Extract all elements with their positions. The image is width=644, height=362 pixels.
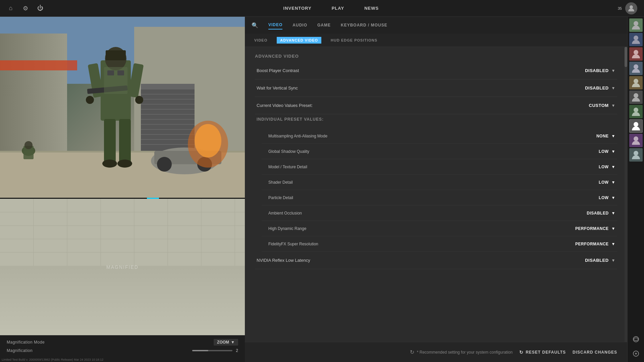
hdr-value[interactable]: PERFORMANCE ▼: [575, 226, 615, 231]
video-preset-label: Current Video Values Preset:: [257, 103, 313, 108]
chevron-icon: ▼: [611, 86, 615, 90]
video-preset-value[interactable]: CUSTOM ▼: [589, 103, 616, 108]
svg-point-39: [102, 160, 117, 168]
svg-point-66: [634, 136, 638, 141]
magnification-slider[interactable]: [192, 350, 232, 351]
svg-rect-19: [0, 60, 77, 70]
chevron-icon: ▼: [611, 103, 615, 108]
svg-point-44: [86, 96, 94, 104]
sub-tab-advanced-video[interactable]: ADVANCED VIDEO: [277, 37, 321, 44]
chevron-icon: ▼: [611, 165, 615, 169]
sub-tab-video[interactable]: VIDEO: [252, 37, 270, 44]
magnification-mode-label: Magnification Mode: [7, 340, 45, 345]
svg-rect-17: [141, 139, 195, 140]
sidebar-avatar-1[interactable]: [629, 18, 643, 32]
sidebar-avatar-8[interactable]: [629, 119, 643, 133]
version-text: Limited Test Build v. 2000059/13862 (Pub…: [2, 358, 103, 361]
reset-defaults-button[interactable]: ↻ RESET DEFAULTS: [519, 350, 566, 355]
preset-section-label: Individual Preset Values:: [255, 114, 617, 123]
setting-nvidia-reflex: NVIDIA Reflex Low Latency DISABLED ▼: [255, 252, 617, 269]
ambient-occlusion-value[interactable]: DISABLED ▼: [587, 211, 615, 216]
svg-point-61: [634, 64, 638, 69]
scrollbar-thumb[interactable]: [625, 47, 627, 67]
svg-point-68: [633, 337, 639, 342]
nav-inventory[interactable]: INVENTORY: [283, 6, 312, 11]
svg-rect-37: [104, 119, 116, 163]
sidebar-avatar-9[interactable]: [629, 134, 643, 147]
svg-rect-18: [141, 144, 195, 145]
sub-tab-hud[interactable]: HUD EDGE POSITIONS: [328, 37, 380, 44]
svg-rect-16: [141, 134, 195, 135]
wait-vsync-label: Wait for Vertical Sync: [257, 85, 298, 90]
svg-rect-12: [141, 114, 195, 115]
advanced-video-title: Advanced Video: [255, 54, 617, 59]
svg-point-58: [634, 21, 638, 26]
scrollbar[interactable]: [625, 47, 627, 342]
boost-player-contrast-value[interactable]: DISABLED ▼: [585, 68, 615, 73]
recommendation-note: ↻ * Recommended setting for your system …: [255, 349, 513, 355]
magnified-label: Magnified: [106, 264, 139, 270]
tab-video[interactable]: VIDEO: [268, 21, 282, 29]
fsr-value[interactable]: PERFORMANCE ▼: [575, 242, 615, 246]
sidebar-controller-icon[interactable]: [629, 347, 643, 360]
sidebar-avatar-2[interactable]: [629, 33, 643, 46]
shader-detail-label: Shader Detail: [268, 180, 293, 185]
svg-point-24: [157, 157, 172, 172]
user-avatar[interactable]: [625, 2, 637, 14]
svg-rect-43: [117, 70, 124, 75]
chevron-icon: ▼: [611, 134, 615, 138]
sidebar-avatar-5[interactable]: [629, 76, 643, 89]
user-level: 35: [618, 6, 622, 10]
texture-detail-value[interactable]: LOW ▼: [599, 165, 615, 169]
chevron-icon: ▼: [611, 242, 615, 246]
settings-icon[interactable]: ⚙: [21, 4, 30, 12]
magnification-value: 2: [236, 348, 238, 353]
svg-rect-7: [141, 89, 195, 89]
home-icon[interactable]: ⌂: [7, 4, 15, 12]
sidebar-avatar-6[interactable]: [629, 90, 643, 104]
right-sidebar: [627, 17, 644, 362]
magnification-mode-value[interactable]: ZOOM ▼: [214, 339, 238, 346]
main-layout: Magnified Magnification Mode ZOOM ▼ Magn…: [0, 17, 644, 362]
setting-particle-detail: Particle Detail LOW ▼: [262, 190, 617, 205]
nav-play[interactable]: PLAY: [332, 6, 344, 11]
chevron-icon: ▼: [611, 211, 615, 216]
tab-game[interactable]: GAME: [317, 21, 331, 29]
search-icon[interactable]: 🔍: [252, 22, 258, 28]
chevron-icon: ▼: [611, 68, 615, 73]
setting-wait-vsync: Wait for Vertical Sync DISABLED ▼: [255, 79, 617, 97]
game-preview-top: [0, 17, 245, 198]
sidebar-avatar-7[interactable]: [629, 105, 643, 118]
nav-news[interactable]: NEWS: [364, 6, 379, 11]
top-bar-left: ⌂ ⚙ ⏻: [7, 4, 44, 12]
nvidia-reflex-label: NVIDIA Reflex Low Latency: [257, 258, 310, 263]
svg-point-64: [634, 108, 638, 112]
sidebar-avatar-3[interactable]: [629, 47, 643, 61]
setting-texture-detail: Model / Texture Detail LOW ▼: [262, 159, 617, 175]
msaa-value[interactable]: NONE ▼: [596, 134, 615, 138]
tab-keyboard[interactable]: KEYBOARD / MOUSE: [341, 21, 387, 29]
wait-vsync-value[interactable]: DISABLED ▼: [585, 85, 615, 90]
power-icon[interactable]: ⏻: [36, 4, 44, 12]
svg-rect-46: [0, 199, 245, 266]
svg-point-62: [634, 79, 638, 83]
nvidia-reflex-value[interactable]: DISABLED ▼: [585, 258, 615, 263]
sidebar-avatar-10[interactable]: [629, 148, 643, 162]
sidebar-avatar-4[interactable]: [629, 62, 643, 75]
svg-point-67: [634, 151, 638, 156]
settings-content: Advanced Video Boost Player Contrast DIS…: [245, 47, 627, 342]
svg-rect-10: [141, 104, 195, 105]
svg-rect-13: [141, 119, 195, 120]
bottom-bar: ↻ * Recommended setting for your system …: [245, 342, 627, 362]
svg-rect-15: [141, 129, 195, 130]
sidebar-network-icon[interactable]: [629, 333, 643, 346]
tab-audio[interactable]: AUDIO: [292, 21, 307, 29]
chevron-icon: ▼: [611, 180, 615, 185]
svg-point-65: [634, 122, 638, 127]
discard-changes-button[interactable]: DISCARD CHANGES: [573, 350, 617, 355]
particle-detail-value[interactable]: LOW ▼: [599, 195, 615, 200]
svg-point-30: [24, 141, 33, 149]
shadow-quality-value[interactable]: LOW ▼: [599, 149, 615, 154]
svg-rect-6: [141, 84, 195, 89]
shader-detail-value[interactable]: LOW ▼: [599, 180, 615, 185]
